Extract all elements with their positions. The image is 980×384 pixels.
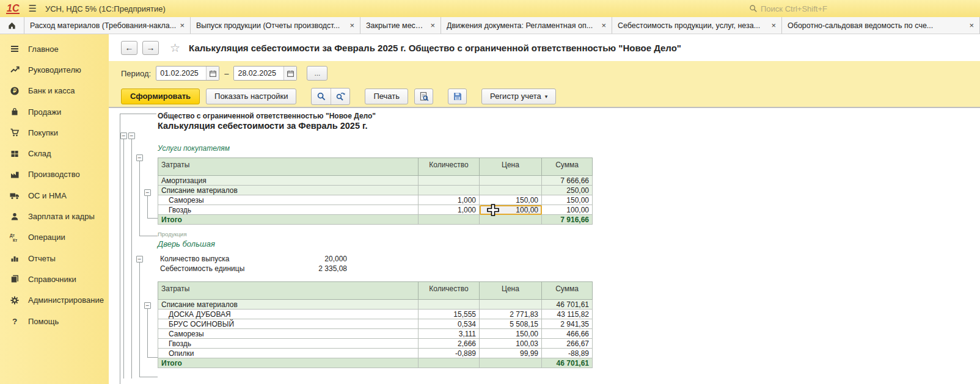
- sidebar-item-warehouse[interactable]: Склад: [0, 143, 109, 164]
- sidebar-item-bag[interactable]: Продажи: [0, 101, 109, 122]
- cell-sum[interactable]: 2 941,35: [542, 319, 593, 329]
- cell-sum[interactable]: 250,00: [542, 186, 593, 195]
- print-button[interactable]: Печать: [365, 89, 408, 104]
- collapse-button[interactable]: [136, 256, 143, 263]
- cell-sum[interactable]: 100,00: [542, 205, 593, 215]
- sidebar-item-menu[interactable]: Главное: [0, 38, 109, 59]
- tab-close-icon[interactable]: ×: [601, 21, 606, 29]
- favorite-star-icon[interactable]: ☆: [170, 41, 180, 55]
- sidebar-item-chart[interactable]: Отчеты: [0, 248, 109, 269]
- sidebar-item-question[interactable]: ? Помощь: [0, 311, 109, 331]
- cell-price[interactable]: [480, 358, 542, 368]
- report-heading[interactable]: Калькуляция себестоимости за Февраль 202…: [158, 121, 368, 131]
- cell-price[interactable]: [480, 300, 542, 310]
- print-preview-button[interactable]: [414, 89, 433, 104]
- sidebar-item-truck[interactable]: ОС и НМА: [0, 185, 109, 206]
- period-to-value[interactable]: 28.02.2025: [234, 69, 283, 78]
- sidebar-item-dtkt[interactable]: ДтКт Операции: [0, 227, 109, 248]
- cell-sum[interactable]: 7 916,66: [542, 215, 593, 225]
- home-tab[interactable]: [0, 17, 24, 34]
- organization-name[interactable]: Общество с ограниченной ответственностью…: [158, 112, 376, 120]
- cell-qty[interactable]: -0,889: [419, 349, 480, 358]
- document-tab[interactable]: Движения документа: Регламентная оп... ×: [441, 17, 612, 34]
- cell-qty[interactable]: 1,000: [419, 195, 480, 205]
- cell-name[interactable]: Итого: [158, 358, 419, 368]
- column-header[interactable]: Цена: [480, 282, 542, 300]
- info-value[interactable]: 2 335,08: [318, 264, 347, 273]
- sidebar-item-trend[interactable]: Руководителю: [0, 59, 109, 80]
- cell-name[interactable]: Опилки: [158, 349, 419, 358]
- column-header[interactable]: Сумма: [542, 282, 593, 300]
- find-next-button[interactable]: [331, 89, 349, 104]
- register-menu-button[interactable]: Регистр учета ▾: [481, 89, 556, 104]
- column-header[interactable]: Сумма: [542, 158, 593, 176]
- document-tab[interactable]: Выпуск продукции (Отчеты производст... ×: [191, 17, 360, 34]
- period-to-field[interactable]: 28.02.2025: [233, 66, 297, 81]
- cell-sum[interactable]: 46 701,61: [542, 300, 593, 310]
- cell-name[interactable]: Списание материалов: [158, 300, 419, 310]
- cell-price[interactable]: 150,00: [480, 329, 542, 339]
- cell-name[interactable]: Списание материалов: [158, 186, 419, 195]
- tab-close-icon[interactable]: ×: [771, 21, 776, 29]
- collapse-button[interactable]: [136, 154, 143, 161]
- sidebar-item-person[interactable]: Зарплата и кадры: [0, 206, 109, 226]
- cell-qty[interactable]: 2,666: [419, 339, 480, 349]
- cell-sum[interactable]: -88,89: [542, 349, 593, 358]
- cell-price[interactable]: [480, 176, 542, 186]
- cell-sum[interactable]: 266,67: [542, 339, 593, 349]
- cell-name[interactable]: БРУС ОСИНОВЫЙ: [158, 319, 419, 329]
- tab-close-icon[interactable]: ×: [180, 21, 185, 29]
- cell-price[interactable]: 99,99: [480, 349, 542, 358]
- tab-close-icon[interactable]: ×: [349, 21, 354, 29]
- tab-close-icon[interactable]: ×: [430, 21, 435, 29]
- column-header[interactable]: Количество: [419, 282, 480, 300]
- cell-qty[interactable]: [419, 300, 480, 310]
- cell-name[interactable]: Итого: [158, 215, 419, 225]
- cell-qty[interactable]: [419, 215, 480, 225]
- cell-qty[interactable]: [419, 176, 480, 186]
- main-menu-icon[interactable]: ☰: [28, 3, 36, 14]
- cell-sum[interactable]: 466,66: [542, 329, 593, 339]
- cell-qty[interactable]: 1,000: [419, 205, 480, 215]
- global-search[interactable]: Поиск Ctrl+Shift+F: [749, 4, 974, 13]
- cell-price[interactable]: 2 771,83: [480, 310, 542, 319]
- sidebar-item-books[interactable]: Справочники: [0, 269, 109, 289]
- sidebar-item-cart[interactable]: Покупки: [0, 122, 109, 143]
- collapse-button[interactable]: [144, 302, 151, 309]
- cell-sum[interactable]: 150,00: [542, 195, 593, 205]
- product-name[interactable]: Дверь большая: [158, 239, 215, 248]
- document-tab[interactable]: Закрытие месяца ×: [360, 17, 441, 34]
- sidebar-item-gear[interactable]: Администрирование: [0, 290, 109, 311]
- cell-sum[interactable]: 7 666,66: [542, 176, 593, 186]
- document-tab[interactable]: Себестоимость продукции, услуг, неза... …: [612, 17, 782, 34]
- collapse-button[interactable]: [128, 132, 135, 139]
- period-from-field[interactable]: 01.02.2025: [156, 66, 219, 81]
- cell-name[interactable]: Саморезы: [158, 329, 419, 339]
- cell-price[interactable]: 5 508,15: [480, 319, 542, 329]
- column-header[interactable]: Затраты: [158, 158, 419, 176]
- show-settings-button[interactable]: Показать настройки: [206, 89, 296, 104]
- tab-close-icon[interactable]: ×: [969, 21, 974, 29]
- info-value[interactable]: 20,000: [324, 255, 347, 263]
- cell-name[interactable]: Амортизация: [158, 176, 419, 186]
- column-header[interactable]: Затраты: [158, 282, 419, 300]
- cell-name[interactable]: ДОСКА ДУБОВАЯ: [158, 310, 419, 319]
- calendar-icon[interactable]: [206, 67, 219, 80]
- column-header[interactable]: Цена: [480, 158, 542, 176]
- sidebar-item-factory[interactable]: Производство: [0, 164, 109, 185]
- group-label-services[interactable]: Услуги покупателям: [158, 144, 230, 153]
- cell-sum[interactable]: 46 701,61: [542, 358, 593, 368]
- cell-price[interactable]: [480, 186, 542, 195]
- cell-qty[interactable]: 15,555: [419, 310, 480, 319]
- cell-qty[interactable]: 0,534: [419, 319, 480, 329]
- document-tab[interactable]: Оборотно-сальдовая ведомость по сче... ×: [782, 17, 980, 34]
- cell-price[interactable]: 100,03: [480, 339, 542, 349]
- collapse-button[interactable]: [144, 189, 151, 196]
- cell-qty[interactable]: 3,111: [419, 329, 480, 339]
- cell-name[interactable]: Саморезы: [158, 195, 419, 205]
- generate-button[interactable]: Сформировать: [121, 89, 200, 104]
- collapse-button[interactable]: [120, 132, 127, 139]
- save-button[interactable]: [448, 89, 467, 104]
- period-more-button[interactable]: ...: [307, 66, 327, 81]
- calendar-icon[interactable]: [283, 67, 296, 80]
